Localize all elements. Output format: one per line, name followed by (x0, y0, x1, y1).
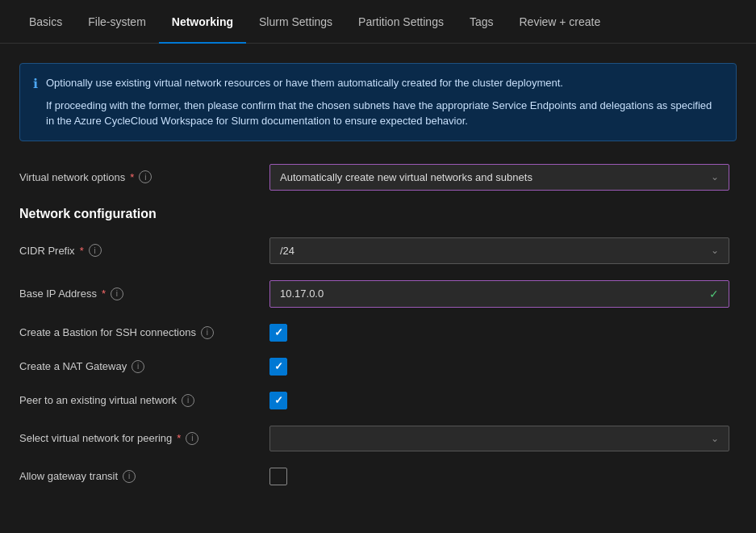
info-banner: ℹ Optionally use existing virtual networ… (19, 63, 737, 141)
nat-label: Create a NAT Gateway i (19, 360, 269, 373)
cidr-value: /24 (280, 245, 294, 257)
select-vnet-row: Select virtual network for peering * i ⌄ (19, 426, 737, 451)
gateway-info-icon[interactable]: i (123, 470, 136, 483)
virtual-network-info-icon[interactable]: i (139, 170, 152, 183)
tab-networking[interactable]: Networking (159, 0, 246, 44)
tab-filesystem-label: File-system (88, 15, 146, 28)
select-vnet-label: Select virtual network for peering * i (19, 432, 269, 445)
info-line1: Optionally use existing virtual network … (46, 75, 723, 91)
main-content: ℹ Optionally use existing virtual networ… (0, 44, 756, 521)
peer-label: Peer to an existing virtual network i (19, 394, 269, 407)
nat-checkbox[interactable]: ✓ (269, 358, 287, 376)
required-star-cidr: * (80, 245, 84, 257)
check-icon-peer: ✓ (274, 394, 283, 406)
virtual-network-value: Automatically create new virtual network… (280, 171, 533, 183)
select-vnet-info-icon[interactable]: i (186, 432, 198, 445)
select-vnet-dropdown[interactable]: ⌄ (269, 426, 729, 451)
tab-basics[interactable]: Basics (16, 0, 75, 44)
tab-filesystem[interactable]: File-system (75, 0, 159, 44)
tab-navigation: Basics File-system Networking Slurm Sett… (0, 0, 756, 44)
bastion-row: Create a Bastion for SSH connections i ✓ (19, 324, 737, 342)
base-ip-input[interactable]: 10.17.0.0 ✓ (269, 280, 729, 308)
base-ip-label: Base IP Address * i (19, 287, 269, 300)
base-ip-value: 10.17.0.0 (280, 287, 324, 300)
virtual-network-row: Virtual network options * i Automaticall… (19, 164, 737, 191)
base-ip-info-icon[interactable]: i (111, 287, 123, 300)
info-icon: ℹ (33, 76, 38, 129)
peer-row: Peer to an existing virtual network i ✓ (19, 392, 737, 409)
cidr-info-icon[interactable]: i (89, 244, 102, 257)
tab-partition[interactable]: Partition Settings (345, 0, 457, 44)
tab-slurm-label: Slurm Settings (259, 15, 332, 28)
tab-tags-label: Tags (470, 15, 494, 28)
chevron-down-icon-cidr: ⌄ (711, 245, 719, 256)
gateway-label: Allow gateway transit i (19, 470, 269, 483)
nat-info-icon[interactable]: i (132, 360, 144, 373)
info-text: Optionally use existing virtual network … (46, 75, 723, 129)
check-icon: ✓ (274, 326, 283, 338)
tab-review[interactable]: Review + create (507, 0, 614, 44)
peer-info-icon[interactable]: i (182, 394, 194, 407)
cidr-dropdown[interactable]: /24 ⌄ (269, 237, 729, 264)
required-star: * (130, 171, 134, 183)
cidr-label: CIDR Prefix * i (19, 244, 269, 257)
required-star-vnet: * (177, 432, 181, 444)
gateway-row: Allow gateway transit i (19, 468, 737, 485)
tab-slurm[interactable]: Slurm Settings (246, 0, 345, 44)
base-ip-row: Base IP Address * i 10.17.0.0 ✓ (19, 280, 737, 308)
tab-basics-label: Basics (29, 15, 62, 28)
bastion-info-icon[interactable]: i (201, 326, 214, 339)
cidr-row: CIDR Prefix * i /24 ⌄ (19, 237, 737, 264)
gateway-checkbox[interactable] (269, 468, 287, 485)
virtual-network-label: Virtual network options * i (19, 170, 269, 183)
tab-review-label: Review + create (520, 15, 601, 28)
chevron-down-icon: ⌄ (711, 171, 719, 183)
chevron-down-icon-vnet: ⌄ (711, 433, 719, 444)
tab-partition-label: Partition Settings (358, 15, 444, 28)
info-line2: If proceeding with the former, then plea… (46, 98, 723, 129)
nat-row: Create a NAT Gateway i ✓ (19, 358, 737, 376)
required-star-ip: * (102, 287, 106, 300)
section-title: Network configuration (19, 207, 737, 221)
valid-check-icon: ✓ (709, 287, 719, 300)
tab-tags[interactable]: Tags (457, 0, 507, 44)
virtual-network-dropdown[interactable]: Automatically create new virtual network… (269, 164, 729, 191)
tab-networking-label: Networking (172, 15, 233, 28)
bastion-checkbox[interactable]: ✓ (269, 324, 287, 342)
bastion-label: Create a Bastion for SSH connections i (19, 326, 269, 339)
peer-checkbox[interactable]: ✓ (269, 392, 287, 409)
check-icon-nat: ✓ (274, 360, 283, 372)
